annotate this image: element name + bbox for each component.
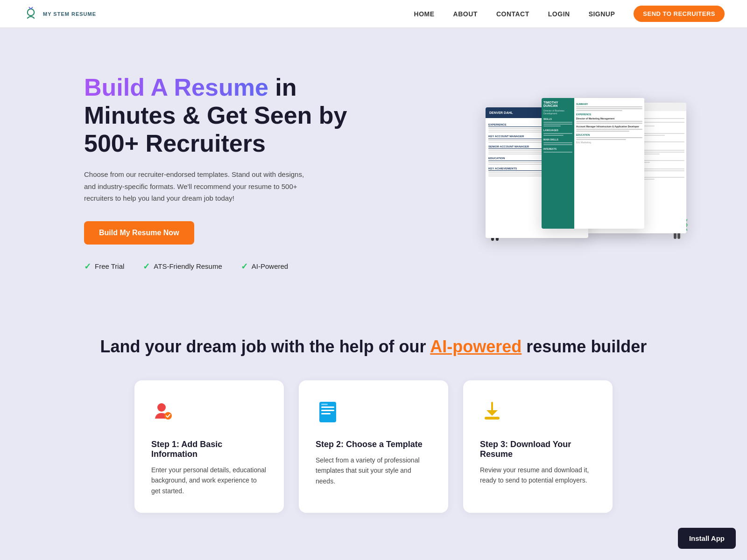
svg-point-20 [164,412,172,420]
build-resume-button[interactable]: Build My Resume Now [84,221,194,245]
step-1-title: Step 1: Add Basic Information [151,440,267,459]
hero-section: Build A Resume in Minutes & Get Seen by … [0,28,747,308]
send-to-recruiters-button[interactable]: SEND TO RECRUITERS [634,6,725,22]
check-icon-ats: ✓ [143,261,150,272]
logo[interactable]: MY STEM RESUME [22,6,96,22]
feature-ai-label: AI-Powered [252,262,288,270]
nav-contact[interactable]: CONTACT [496,10,529,18]
step-card-3: Step 3: Download Your Resume Review your… [463,380,613,513]
steps-grid: Step 1: Add Basic Information Enter your… [37,380,710,513]
hero-description: Choose from our recruiter-endorsed templ… [84,168,308,204]
svg-rect-25 [321,404,328,405]
steps-section-title: Land your dream job with the help of our… [37,336,710,358]
svg-point-0 [28,9,34,15]
logo-text: MY STEM RESUME [43,11,96,17]
nav-home[interactable]: HOME [414,10,435,18]
logo-icon [22,6,39,22]
resume-2-sidebar: TIMOTHYDUNCAN Director of Business Devel… [542,98,574,229]
resume-2-main: SUMMARY EXPERIENCE Director of Marketing… [574,98,644,229]
resume-card-2: TIMOTHYDUNCAN Director of Business Devel… [542,98,644,229]
svg-rect-22 [321,406,334,408]
hero-content: Build A Resume in Minutes & Get Seen by … [84,74,364,272]
hero-visual: DENVER DAHL EXPERIENCE KEY ACCOUNT MANAG… [486,98,682,247]
step-2-icon [316,399,431,428]
step-2-title: Step 2: Choose a Template [316,440,431,449]
nav-login[interactable]: LOGIN [548,10,570,18]
check-icon-free-trial: ✓ [84,261,91,272]
step-3-desc: Review your resume and download it, read… [480,465,596,486]
step-1-icon [151,399,267,428]
nav-about[interactable]: ABOUT [453,10,478,18]
svg-rect-24 [321,413,331,414]
step-3-title: Step 3: Download Your Resume [480,440,596,459]
steps-title-end: resume builder [521,337,647,356]
hero-title: Build A Resume in Minutes & Get Seen by … [84,74,364,157]
feature-free-trial-label: Free Trial [95,262,124,270]
check-icon-ai: ✓ [241,261,248,272]
step-card-2: Step 2: Choose a Template Select from a … [299,380,448,513]
nav-links: HOME ABOUT CONTACT LOGIN SIGNUP SEND TO … [414,6,725,22]
step-1-desc: Enter your personal details, educational… [151,465,267,496]
step-2-desc: Select from a variety of professional te… [316,455,431,486]
feature-ats-label: ATS-Friendly Resume [154,262,222,270]
hero-title-highlight: Build A Resume [84,74,268,101]
nav-signup[interactable]: SIGNUP [589,10,615,18]
navbar: MY STEM RESUME HOME ABOUT CONTACT LOGIN … [0,0,747,28]
step-card-1: Step 1: Add Basic Information Enter your… [134,380,284,513]
install-app-banner[interactable]: Install App [678,528,736,549]
feature-free-trial: ✓ Free Trial [84,261,124,272]
svg-point-19 [157,403,166,412]
resume-preview: DENVER DAHL EXPERIENCE KEY ACCOUNT MANAG… [486,98,682,247]
steps-section: Land your dream job with the help of our… [0,308,747,550]
feature-checks: ✓ Free Trial ✓ ATS-Friendly Resume ✓ AI-… [84,261,364,272]
steps-title-plain: Land your dream job with the help of our [100,337,430,356]
feature-ai-powered: ✓ AI-Powered [241,261,288,272]
feature-ats-friendly: ✓ ATS-Friendly Resume [143,261,222,272]
steps-title-highlight: AI-powered [430,337,521,356]
step-3-icon [480,399,596,428]
svg-rect-26 [485,417,500,420]
svg-rect-23 [321,410,334,411]
